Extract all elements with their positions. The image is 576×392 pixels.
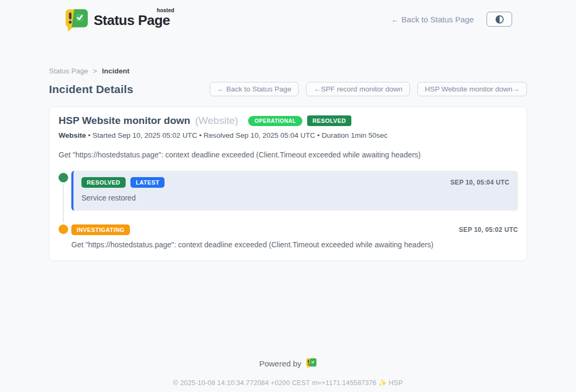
investigating-badge: INVESTIGATING	[71, 224, 130, 235]
meta-component: Website	[59, 131, 86, 139]
meta-details: • Started Sep 10, 2025 05:02 UTC • Resol…	[86, 131, 388, 139]
resolved-state-badge: RESOLVED	[307, 115, 351, 126]
contrast-icon	[495, 15, 504, 24]
timeline-dot-investigating-icon	[59, 224, 68, 234]
powered-by-label: Powered by	[259, 359, 301, 368]
incident-component: (Website)	[195, 115, 238, 127]
powered-by-link[interactable]: Powered by	[259, 357, 317, 369]
brand-icon-small	[306, 357, 317, 369]
back-to-status-page-link[interactable]: ← Back to Status Page	[391, 15, 474, 24]
breadcrumb-separator: >	[93, 67, 97, 75]
brand-name: Status Page hosted	[94, 12, 170, 29]
timeline-event-investigating: INVESTIGATING SEP 10, 05:02 UTC Get "htt…	[59, 223, 518, 249]
timeline-timestamp: SEP 10, 05:04 UTC	[450, 179, 509, 186]
incident-title: HSP Website monitor down	[59, 115, 190, 127]
incident-card: HSP Website monitor down (Website) OPERA…	[49, 106, 527, 261]
timeline-event-resolved: RESOLVED LATEST SEP 10, 05:04 UTC Servic…	[59, 171, 518, 211]
next-incident-button[interactable]: HSP Website monitor down→	[417, 82, 527, 96]
incident-meta: Website • Started Sep 10, 2025 05:02 UTC…	[59, 131, 518, 139]
page-title: Incident Details	[49, 83, 133, 96]
breadcrumb-status-page[interactable]: Status Page	[49, 67, 88, 75]
footer: Powered by © 2025-10-08 14:10:34.772084 …	[49, 357, 527, 387]
resolved-badge: RESOLVED	[81, 177, 126, 188]
brand-logo[interactable]: Status Page hosted	[64, 7, 170, 33]
header: Status Page hosted ← Back to Status Page	[49, 0, 527, 33]
back-to-status-page-button[interactable]: ← Back to Status Page	[210, 82, 299, 96]
operational-status-badge: OPERATIONAL	[248, 116, 302, 126]
incident-timeline: RESOLVED LATEST SEP 10, 05:04 UTC Servic…	[59, 171, 518, 249]
timeline-message: Service restored	[81, 194, 509, 202]
timeline-timestamp: SEP 10, 05:02 UTC	[459, 226, 518, 233]
prev-incident-button[interactable]: ←SPF record monitor down	[306, 82, 410, 96]
heading-row: Incident Details ← Back to Status Page ←…	[49, 82, 527, 96]
brand-icon	[64, 7, 88, 33]
breadcrumb: Status Page > Incident	[49, 67, 527, 75]
latest-badge: LATEST	[130, 177, 164, 188]
theme-toggle-button[interactable]	[487, 12, 512, 27]
copyright-text: © 2025-10-08 14:10:34.772084 +0200 CEST …	[49, 379, 527, 387]
incident-nav-buttons: ← Back to Status Page ←SPF record monito…	[210, 82, 527, 96]
breadcrumb-incident: Incident	[102, 67, 129, 75]
timeline-message: Get "https://hostedstatus.page": context…	[71, 240, 518, 249]
timeline-dot-resolved-icon	[59, 173, 68, 182]
brand-superscript: hosted	[157, 7, 175, 13]
timeline-event-box: RESOLVED LATEST SEP 10, 05:04 UTC Servic…	[71, 171, 518, 211]
incident-description: Get "https://hostedstatus.page": context…	[59, 151, 518, 159]
